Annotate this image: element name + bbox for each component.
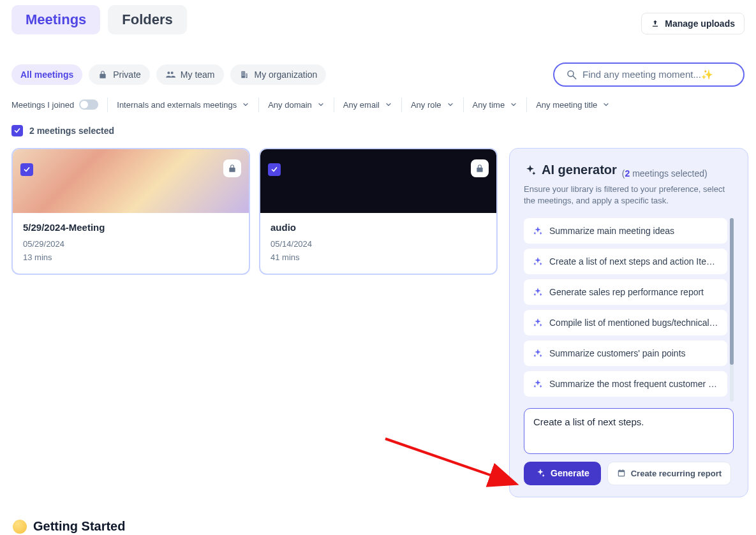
ai-prompt-value: Create a list of next steps.: [533, 416, 644, 427]
chevron-down-icon: [317, 101, 325, 108]
filter-role-label: Any role: [411, 100, 441, 110]
chevron-down-icon: [602, 101, 610, 108]
filter-domain-label: Any domain: [268, 100, 312, 110]
pill-private-label: Private: [113, 70, 141, 80]
search-placeholder: Find any meeting moment...✨: [582, 69, 713, 80]
pill-private[interactable]: Private: [89, 64, 150, 85]
chevron-down-icon: [242, 101, 249, 108]
ai-prompt-input[interactable]: Create a list of next steps.: [524, 408, 734, 454]
ai-suggestion[interactable]: Generate sales rep performance report: [524, 279, 727, 305]
ai-suggestion[interactable]: Summarize the most frequent customer …: [524, 371, 727, 397]
building-icon: [239, 70, 249, 80]
filter-scope[interactable]: Internals and externals meetings: [107, 98, 258, 112]
meeting-title: 5/29/2024-Meeting: [23, 222, 239, 233]
filter-time-label: Any time: [473, 100, 505, 110]
pill-team-label: My team: [181, 70, 215, 80]
scope-pills: All meetings Private My team My organiza…: [11, 64, 326, 85]
ai-suggestion[interactable]: Create a list of next steps and action I…: [524, 249, 727, 274]
manage-uploads-label: Manage uploads: [665, 18, 735, 29]
lock-icon: [98, 70, 108, 80]
ai-suggestion[interactable]: Summarize main meeting ideas: [524, 218, 727, 244]
recurring-label: Create recurring report: [631, 469, 722, 478]
tab-meetings[interactable]: Meetings: [11, 5, 100, 34]
bulb-icon: [13, 520, 27, 534]
filter-title-label: Any meeting title: [536, 100, 597, 110]
meeting-card[interactable]: audio 05/14/2024 41 mins: [259, 148, 498, 275]
ai-description: Ensure your library is filtered to your …: [524, 184, 734, 207]
sparkle-icon: [533, 287, 543, 297]
tab-folders[interactable]: Folders: [108, 5, 186, 34]
meeting-cards: 5/29/2024-Meeting 05/29/2024 13 mins aud…: [11, 148, 498, 275]
selection-row: 2 meetings selected: [0, 119, 756, 148]
ai-suggestion-list: Summarize main meeting ideas Create a li…: [524, 218, 734, 397]
sparkle-icon: [533, 379, 543, 389]
filter-scope-label: Internals and externals meetings: [117, 100, 237, 110]
scrollbar-thumb[interactable]: [730, 218, 734, 365]
meeting-thumbnail: [260, 149, 496, 213]
toggle-icon: [79, 99, 98, 110]
ai-panel-title: AI generator: [524, 163, 617, 177]
ai-selection-count: (2 meetings selected): [622, 168, 708, 179]
ai-suggestion[interactable]: Summarize customers' pain points: [524, 341, 727, 366]
getting-started-heading: Getting Started: [13, 519, 125, 534]
lock-icon: [471, 159, 489, 177]
meeting-date: 05/14/2024: [271, 239, 486, 249]
sparkle-icon: [533, 318, 543, 328]
meeting-title: audio: [271, 222, 486, 233]
filter-email-label: Any email: [343, 100, 380, 110]
team-icon: [165, 70, 175, 80]
filter-domain[interactable]: Any domain: [258, 98, 334, 112]
generate-label: Generate: [551, 468, 589, 478]
sparkle-icon: [533, 226, 543, 236]
filter-joined-toggle[interactable]: Meetings I joined: [11, 97, 107, 112]
ai-suggestion[interactable]: Compile list of mentioned bugs/technical…: [524, 310, 727, 335]
sparkle-icon: [535, 468, 545, 478]
pill-org[interactable]: My organization: [230, 64, 327, 85]
meeting-duration: 41 mins: [271, 253, 486, 262]
pill-all-meetings[interactable]: All meetings: [11, 64, 82, 85]
filter-title[interactable]: Any meeting title: [526, 98, 619, 112]
upload-icon: [651, 19, 660, 28]
chevron-down-icon: [447, 101, 454, 108]
pill-org-label: My organization: [255, 70, 318, 80]
filter-time[interactable]: Any time: [463, 98, 527, 112]
lock-icon: [223, 159, 241, 177]
sparkle-icon: [524, 164, 537, 177]
filter-role[interactable]: Any role: [401, 98, 463, 112]
sparkle-icon: [533, 348, 543, 358]
filter-joined-label: Meetings I joined: [11, 100, 74, 110]
meeting-thumbnail: [13, 149, 249, 213]
manage-uploads-button[interactable]: Manage uploads: [641, 13, 745, 34]
select-all-checkbox[interactable]: [11, 125, 23, 136]
card-checkbox[interactable]: [20, 163, 33, 176]
selection-count: 2 meetings selected: [29, 126, 114, 136]
search-input[interactable]: Find any meeting moment...✨: [553, 62, 745, 87]
meeting-date: 05/29/2024: [23, 239, 239, 249]
filter-row: Meetings I joined Internals and external…: [0, 87, 756, 119]
ai-generator-panel: AI generator (2 meetings selected) Ensur…: [509, 148, 748, 497]
chevron-down-icon: [385, 101, 392, 108]
filter-email[interactable]: Any email: [334, 98, 401, 112]
search-icon: [566, 69, 577, 80]
chevron-down-icon: [510, 101, 517, 108]
meeting-duration: 13 mins: [23, 253, 239, 262]
card-checkbox[interactable]: [268, 163, 281, 176]
create-recurring-button[interactable]: Create recurring report: [607, 462, 731, 485]
sparkle-icon: [533, 256, 543, 267]
meeting-card[interactable]: 5/29/2024-Meeting 05/29/2024 13 mins: [11, 148, 250, 275]
calendar-icon: [617, 469, 626, 478]
pill-team[interactable]: My team: [156, 64, 224, 85]
generate-button[interactable]: Generate: [524, 462, 601, 485]
scrollbar[interactable]: [730, 218, 734, 402]
